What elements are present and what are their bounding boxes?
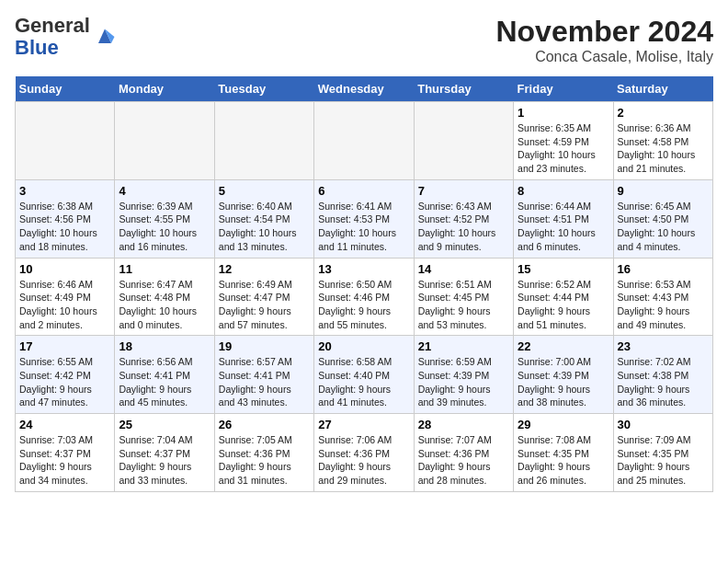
day-info: Sunrise: 7:07 AM Sunset: 4:36 PM Dayligh… [418,433,509,488]
calendar-cell: 13Sunrise: 6:50 AM Sunset: 4:46 PM Dayli… [314,258,414,336]
day-info: Sunrise: 6:53 AM Sunset: 4:43 PM Dayligh… [618,278,709,332]
logo-text: General Blue [15,15,90,59]
day-number: 2 [618,106,709,120]
day-info: Sunrise: 6:49 AM Sunset: 4:47 PM Dayligh… [219,278,310,332]
weekday-header: Saturday [613,76,712,102]
day-info: Sunrise: 6:52 AM Sunset: 4:44 PM Dayligh… [518,278,609,332]
day-number: 13 [318,262,409,276]
title-area: November 2024 Conca Casale, Molise, Ital… [495,15,713,65]
calendar-cell: 25Sunrise: 7:04 AM Sunset: 4:37 PM Dayli… [115,414,214,492]
day-info: Sunrise: 7:04 AM Sunset: 4:37 PM Dayligh… [119,433,210,488]
day-number: 6 [318,184,409,198]
day-number: 10 [19,262,110,276]
day-number: 28 [418,418,509,431]
day-info: Sunrise: 6:50 AM Sunset: 4:46 PM Dayligh… [318,278,409,332]
day-info: Sunrise: 6:58 AM Sunset: 4:40 PM Dayligh… [318,355,409,409]
day-number: 20 [318,339,409,353]
day-info: Sunrise: 6:35 AM Sunset: 4:59 PM Dayligh… [518,121,609,176]
day-number: 19 [219,339,310,353]
day-info: Sunrise: 6:57 AM Sunset: 4:41 PM Dayligh… [219,355,310,409]
calendar-cell: 6Sunrise: 6:41 AM Sunset: 4:53 PM Daylig… [314,179,414,258]
day-number: 15 [518,262,609,276]
day-info: Sunrise: 6:44 AM Sunset: 4:51 PM Dayligh… [518,200,609,254]
calendar-cell: 14Sunrise: 6:51 AM Sunset: 4:45 PM Dayli… [414,258,513,336]
day-info: Sunrise: 6:55 AM Sunset: 4:42 PM Dayligh… [19,355,110,409]
day-number: 23 [618,339,709,353]
logo: General Blue [15,15,118,59]
weekday-header: Thursday [414,76,513,102]
logo-icon [92,24,118,50]
day-info: Sunrise: 6:43 AM Sunset: 4:52 PM Dayligh… [418,200,509,254]
day-info: Sunrise: 6:56 AM Sunset: 4:41 PM Dayligh… [119,355,210,409]
calendar-cell: 5Sunrise: 6:40 AM Sunset: 4:54 PM Daylig… [214,179,313,258]
calendar-cell: 4Sunrise: 6:39 AM Sunset: 4:55 PM Daylig… [115,179,214,258]
weekday-header: Wednesday [314,76,414,102]
day-number: 29 [518,418,609,431]
calendar-cell: 3Sunrise: 6:38 AM Sunset: 4:56 PM Daylig… [16,179,115,258]
calendar-cell [214,102,313,180]
location-title: Conca Casale, Molise, Italy [495,49,713,65]
day-info: Sunrise: 7:09 AM Sunset: 4:35 PM Dayligh… [618,433,709,488]
calendar-week-row: 1Sunrise: 6:35 AM Sunset: 4:59 PM Daylig… [16,102,713,180]
day-number: 7 [418,184,509,198]
calendar-cell: 8Sunrise: 6:44 AM Sunset: 4:51 PM Daylig… [514,179,613,258]
day-number: 11 [119,262,210,276]
day-number: 9 [618,184,709,198]
calendar-cell: 11Sunrise: 6:47 AM Sunset: 4:48 PM Dayli… [115,258,214,336]
day-number: 16 [618,262,709,276]
calendar-cell: 10Sunrise: 6:46 AM Sunset: 4:49 PM Dayli… [16,258,115,336]
calendar-cell: 26Sunrise: 7:05 AM Sunset: 4:36 PM Dayli… [214,414,313,492]
day-info: Sunrise: 6:39 AM Sunset: 4:55 PM Dayligh… [119,200,210,254]
calendar-cell: 9Sunrise: 6:45 AM Sunset: 4:50 PM Daylig… [613,179,712,258]
calendar-cell: 20Sunrise: 6:58 AM Sunset: 4:40 PM Dayli… [314,336,414,414]
day-info: Sunrise: 7:02 AM Sunset: 4:38 PM Dayligh… [618,355,709,409]
month-title: November 2024 [495,15,713,49]
day-number: 12 [219,262,310,276]
calendar-cell: 21Sunrise: 6:59 AM Sunset: 4:39 PM Dayli… [414,336,513,414]
day-number: 5 [219,184,310,198]
calendar-cell [314,102,414,180]
calendar-cell: 27Sunrise: 7:06 AM Sunset: 4:36 PM Dayli… [314,414,414,492]
weekday-header: Tuesday [214,76,313,102]
calendar-cell: 22Sunrise: 7:00 AM Sunset: 4:39 PM Dayli… [514,336,613,414]
header: General Blue November 2024 Conca Casale,… [15,15,713,65]
day-number: 21 [418,339,509,353]
day-number: 30 [618,418,709,431]
calendar-week-row: 10Sunrise: 6:46 AM Sunset: 4:49 PM Dayli… [16,258,713,336]
calendar-cell: 1Sunrise: 6:35 AM Sunset: 4:59 PM Daylig… [514,102,613,180]
day-number: 24 [19,418,110,431]
day-info: Sunrise: 6:38 AM Sunset: 4:56 PM Dayligh… [19,200,110,254]
day-info: Sunrise: 6:40 AM Sunset: 4:54 PM Dayligh… [219,200,310,254]
weekday-header: Monday [115,76,214,102]
day-number: 14 [418,262,509,276]
day-number: 27 [318,418,409,431]
day-info: Sunrise: 6:59 AM Sunset: 4:39 PM Dayligh… [418,355,509,409]
day-info: Sunrise: 6:46 AM Sunset: 4:49 PM Dayligh… [19,278,110,332]
day-number: 1 [518,106,609,120]
calendar-cell: 29Sunrise: 7:08 AM Sunset: 4:35 PM Dayli… [514,414,613,492]
calendar-week-row: 17Sunrise: 6:55 AM Sunset: 4:42 PM Dayli… [16,336,713,414]
calendar-cell: 2Sunrise: 6:36 AM Sunset: 4:58 PM Daylig… [613,102,712,180]
weekday-header: Friday [514,76,613,102]
day-info: Sunrise: 6:47 AM Sunset: 4:48 PM Dayligh… [119,278,210,332]
calendar-cell: 28Sunrise: 7:07 AM Sunset: 4:36 PM Dayli… [414,414,513,492]
weekday-header: Sunday [16,76,115,102]
calendar-cell: 30Sunrise: 7:09 AM Sunset: 4:35 PM Dayli… [613,414,712,492]
calendar-week-row: 3Sunrise: 6:38 AM Sunset: 4:56 PM Daylig… [16,179,713,258]
calendar-cell: 19Sunrise: 6:57 AM Sunset: 4:41 PM Dayli… [214,336,313,414]
day-info: Sunrise: 7:05 AM Sunset: 4:36 PM Dayligh… [219,433,310,488]
day-info: Sunrise: 7:08 AM Sunset: 4:35 PM Dayligh… [518,433,609,488]
day-number: 22 [518,339,609,353]
calendar-cell: 12Sunrise: 6:49 AM Sunset: 4:47 PM Dayli… [214,258,313,336]
calendar-cell: 23Sunrise: 7:02 AM Sunset: 4:38 PM Dayli… [613,336,712,414]
day-number: 4 [119,184,210,198]
calendar-cell: 18Sunrise: 6:56 AM Sunset: 4:41 PM Dayli… [115,336,214,414]
day-info: Sunrise: 6:41 AM Sunset: 4:53 PM Dayligh… [318,200,409,254]
day-number: 3 [19,184,110,198]
calendar-cell: 15Sunrise: 6:52 AM Sunset: 4:44 PM Dayli… [514,258,613,336]
calendar-cell: 17Sunrise: 6:55 AM Sunset: 4:42 PM Dayli… [16,336,115,414]
day-info: Sunrise: 7:06 AM Sunset: 4:36 PM Dayligh… [318,433,409,488]
day-number: 26 [219,418,310,431]
calendar-cell: 7Sunrise: 6:43 AM Sunset: 4:52 PM Daylig… [414,179,513,258]
day-info: Sunrise: 7:03 AM Sunset: 4:37 PM Dayligh… [19,433,110,488]
